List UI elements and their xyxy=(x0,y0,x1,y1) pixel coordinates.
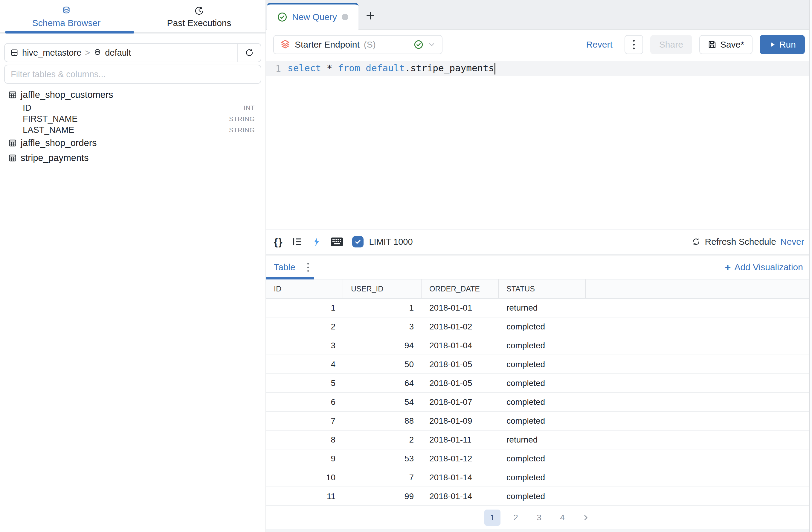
cell-user-id: 3 xyxy=(343,318,422,336)
chevron-down-icon xyxy=(427,40,436,49)
cell-empty xyxy=(586,336,812,354)
revert-button[interactable]: Revert xyxy=(586,40,612,50)
sidebar: Schema Browser Past Executions xyxy=(0,0,266,532)
endpoint-select[interactable]: Starter Endpoint (S) xyxy=(273,35,443,54)
results-tab-underline xyxy=(266,277,314,279)
column-header-id[interactable]: ID xyxy=(266,279,343,298)
results-header: Table + Add Visualization xyxy=(266,255,812,279)
limit-control: LIMIT 1000 xyxy=(352,236,412,248)
new-tab-button[interactable]: + xyxy=(359,2,382,29)
pagination: 1234 xyxy=(266,506,812,529)
results-tab-menu[interactable] xyxy=(307,263,309,272)
run-button[interactable]: Run xyxy=(760,35,805,54)
format-braces-icon[interactable]: {} xyxy=(274,236,283,248)
column-header-status[interactable]: STATUS xyxy=(499,279,586,298)
pagination-page-2[interactable]: 2 xyxy=(508,509,524,526)
cell-status: completed xyxy=(499,412,586,430)
cell-id: 6 xyxy=(266,393,343,411)
schema-column-type: STRING xyxy=(229,115,255,123)
tab-schema-browser-label: Schema Browser xyxy=(32,18,100,28)
refresh-schedule-label: Refresh Schedule xyxy=(705,237,776,247)
schema-table-row[interactable]: jaffle_shop_customers xyxy=(8,87,255,102)
limit-checkbox[interactable] xyxy=(352,236,364,248)
cell-user-id: 88 xyxy=(343,412,422,430)
endpoint-name: Starter Endpoint xyxy=(295,40,360,50)
cell-id: 4 xyxy=(266,355,343,374)
sql-editor[interactable]: 1 select * from default.stripe_payments xyxy=(266,59,812,229)
refresh-schedule-value[interactable]: Never xyxy=(780,237,804,247)
schema-filter-input[interactable] xyxy=(11,69,255,79)
cell-user-id: 53 xyxy=(343,449,422,468)
schema-breadcrumb-box: hive_metastore > default xyxy=(4,43,261,62)
cell-order-date: 2018-01-05 xyxy=(422,355,499,374)
endpoint-size: (S) xyxy=(364,40,376,50)
scrollbar-rail[interactable] xyxy=(809,0,812,532)
cell-user-id: 54 xyxy=(343,393,422,411)
indent-icon[interactable] xyxy=(292,236,303,247)
line-number: 1 xyxy=(266,63,288,74)
tab-schema-browser[interactable]: Schema Browser xyxy=(0,0,133,33)
breadcrumb-database[interactable]: hive_metastore xyxy=(22,48,81,58)
share-button[interactable]: Share xyxy=(650,35,692,54)
pagination-page-1[interactable]: 1 xyxy=(484,509,501,526)
breadcrumb[interactable]: hive_metastore > default xyxy=(5,48,237,58)
schema-tree: jaffle_shop_customersIDINTFIRST_NAMESTRI… xyxy=(0,84,265,166)
results-tab-table[interactable]: Table xyxy=(274,262,295,272)
column-header-user_id[interactable]: USER_ID xyxy=(343,279,422,298)
schema-column-row: IDINT xyxy=(8,102,255,113)
kebab-menu-icon xyxy=(307,263,309,272)
save-button[interactable]: Save* xyxy=(699,35,753,54)
results-table: IDUSER_IDORDER_DATESTATUS 112018-01-01re… xyxy=(266,279,812,506)
autocomplete-bolt-icon[interactable] xyxy=(311,237,322,247)
save-button-label: Save* xyxy=(720,40,744,50)
cell-status: completed xyxy=(499,355,586,374)
column-header-empty xyxy=(586,279,812,298)
chevron-right-icon xyxy=(582,514,590,521)
keyboard-shortcuts-icon[interactable] xyxy=(331,237,343,247)
add-visualization-button[interactable]: + Add Visualization xyxy=(725,262,803,273)
cell-id: 9 xyxy=(266,449,343,468)
cell-empty xyxy=(586,299,812,317)
schema-table-row[interactable]: stripe_payments xyxy=(8,151,255,166)
query-tabbar: New Query + xyxy=(266,0,812,30)
schema-table-row[interactable]: jaffle_shop_orders xyxy=(8,136,255,151)
schema-table-name: jaffle_shop_orders xyxy=(20,138,97,149)
cell-user-id: 1 xyxy=(343,299,422,317)
schema-table-name: jaffle_shop_customers xyxy=(20,89,113,100)
cell-order-date: 2018-01-09 xyxy=(422,412,499,430)
cell-user-id: 2 xyxy=(343,431,422,449)
pagination-page-3[interactable]: 3 xyxy=(531,509,547,526)
breadcrumb-schema[interactable]: default xyxy=(105,48,131,58)
cell-order-date: 2018-01-14 xyxy=(422,468,499,487)
cell-user-id: 64 xyxy=(343,374,422,392)
query-tab-new-query[interactable]: New Query xyxy=(267,3,359,30)
cell-user-id: 94 xyxy=(343,336,422,354)
cell-empty xyxy=(586,318,812,336)
cell-order-date: 2018-01-12 xyxy=(422,449,499,468)
query-toolbar: Starter Endpoint (S) Revert xyxy=(266,30,812,59)
cell-order-date: 2018-01-07 xyxy=(422,393,499,411)
cell-empty xyxy=(586,355,812,374)
cell-user-id: 7 xyxy=(343,468,422,487)
pagination-page-4[interactable]: 4 xyxy=(554,509,570,526)
limit-label: LIMIT 1000 xyxy=(369,237,412,247)
refresh-icon xyxy=(245,48,254,57)
more-actions-button[interactable] xyxy=(625,35,643,54)
refresh-schema-button[interactable] xyxy=(237,44,261,62)
add-visualization-label: Add Visualization xyxy=(734,262,803,272)
cell-status: completed xyxy=(499,336,586,354)
sidebar-tabs: Schema Browser Past Executions xyxy=(0,0,265,33)
table-row: 822018-01-11returned xyxy=(266,431,812,449)
endpoint-status-icon xyxy=(414,40,423,50)
table-row: 9532018-01-12completed xyxy=(266,449,812,468)
pagination-next-button[interactable] xyxy=(578,509,594,526)
cell-id: 10 xyxy=(266,468,343,487)
cell-empty xyxy=(586,449,812,468)
run-button-label: Run xyxy=(779,40,796,50)
tab-past-executions[interactable]: Past Executions xyxy=(133,0,265,33)
column-header-order_date[interactable]: ORDER_DATE xyxy=(422,279,499,298)
schema-column-row: LAST_NAMESTRING xyxy=(8,125,255,136)
sql-editor-app: Schema Browser Past Executions xyxy=(0,0,812,532)
endpoint-layers-icon xyxy=(280,39,291,50)
cell-id: 5 xyxy=(266,374,343,392)
